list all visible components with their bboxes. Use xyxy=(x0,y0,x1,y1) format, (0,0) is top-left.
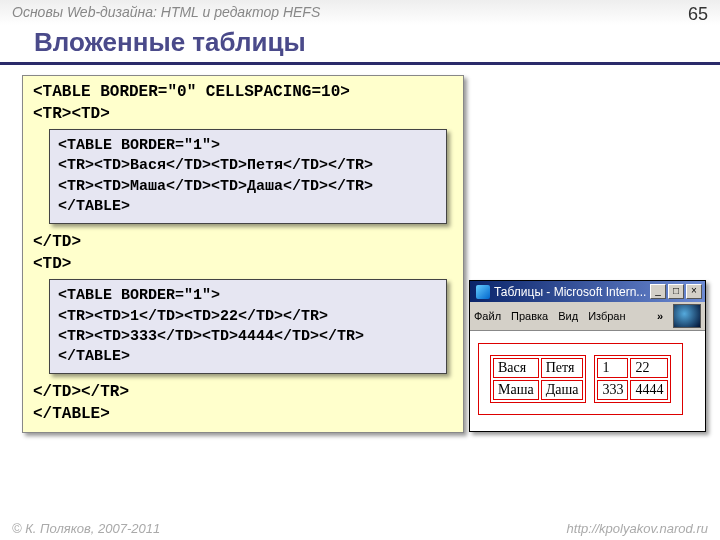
close-button[interactable]: × xyxy=(686,284,702,299)
code-line: <TR><TD> xyxy=(33,104,453,126)
footer: © К. Поляков, 2007-2011 http://kpolyakov… xyxy=(12,521,708,536)
code-line: <TR><TD>Вася</TD><TD>Петя</TD></TR> xyxy=(58,156,438,176)
code-line: </TABLE> xyxy=(58,347,438,367)
chevron-icon[interactable]: » xyxy=(657,310,663,322)
code-block-inner-2: <TABLE BORDER="1"> <TR><TD>1</TD><TD>22<… xyxy=(49,279,447,374)
code-line: <TABLE BORDER="1"> xyxy=(58,286,438,306)
code-line: <TD> xyxy=(33,254,453,276)
window-title: Таблицы - Microsoft Intern... xyxy=(494,285,648,299)
copyright: © К. Поляков, 2007-2011 xyxy=(12,521,160,536)
code-block-outer: <TABLE BORDER="0" CELLSPACING=10> <TR><T… xyxy=(22,75,464,433)
code-line: </TD></TR> xyxy=(33,382,453,404)
code-line: </TABLE> xyxy=(58,197,438,217)
menu-fav[interactable]: Избран xyxy=(588,310,625,322)
code-line: <TABLE BORDER="0" CELLSPACING=10> xyxy=(33,82,453,104)
cell: 4444 xyxy=(630,380,668,400)
rendered-outer-table: Вася Петя Маша Даша 1 22 xyxy=(478,343,683,415)
maximize-button[interactable]: □ xyxy=(668,284,684,299)
cell: Маша xyxy=(493,380,539,400)
footer-url: http://kpolyakov.narod.ru xyxy=(567,521,708,536)
course-name: Основы Web-дизайна: HTML и редактор HEFS xyxy=(12,4,320,25)
page-number: 65 xyxy=(688,4,708,25)
ie-throbber-icon xyxy=(673,304,701,328)
header: Основы Web-дизайна: HTML и редактор HEFS… xyxy=(0,0,720,25)
menu-view[interactable]: Вид xyxy=(558,310,578,322)
cell: Петя xyxy=(541,358,584,378)
ie-icon xyxy=(476,285,490,299)
browser-window: Таблицы - Microsoft Intern... _ □ × Файл… xyxy=(469,280,706,432)
browser-viewport: Вася Петя Маша Даша 1 22 xyxy=(470,331,705,431)
window-titlebar: Таблицы - Microsoft Intern... _ □ × xyxy=(470,281,705,302)
page-title: Вложенные таблицы xyxy=(0,25,720,65)
menu-file[interactable]: Файл xyxy=(474,310,501,322)
code-line: </TD> xyxy=(33,232,453,254)
cell: 1 xyxy=(597,358,628,378)
cell: Даша xyxy=(541,380,584,400)
code-line: </TABLE> xyxy=(33,404,453,426)
code-line: <TR><TD>Маша</TD><TD>Даша</TD></TR> xyxy=(58,177,438,197)
rendered-table-2: 1 22 333 4444 xyxy=(594,355,671,403)
rendered-table-1: Вася Петя Маша Даша xyxy=(490,355,586,403)
code-line: <TR><TD>1</TD><TD>22</TD></TR> xyxy=(58,307,438,327)
code-line: <TR><TD>333</TD><TD>4444</TD></TR> xyxy=(58,327,438,347)
cell: 333 xyxy=(597,380,628,400)
browser-menubar: Файл Правка Вид Избран » xyxy=(470,302,705,331)
code-line: <TABLE BORDER="1"> xyxy=(58,136,438,156)
code-block-inner-1: <TABLE BORDER="1"> <TR><TD>Вася</TD><TD>… xyxy=(49,129,447,224)
cell: 22 xyxy=(630,358,668,378)
minimize-button[interactable]: _ xyxy=(650,284,666,299)
menu-edit[interactable]: Правка xyxy=(511,310,548,322)
cell: Вася xyxy=(493,358,539,378)
